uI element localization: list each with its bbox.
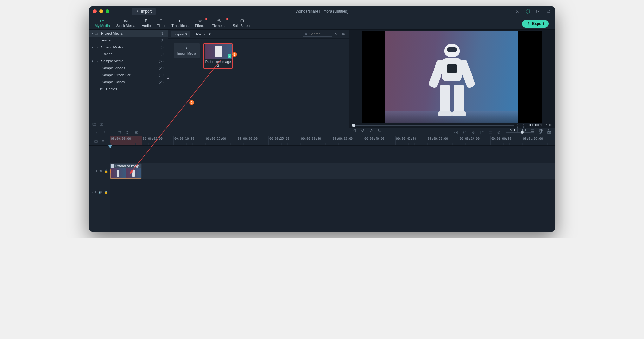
voiceover-icon[interactable] [471, 130, 475, 134]
edit-tools-icon[interactable] [135, 130, 139, 134]
import-media-label: Import Media [177, 52, 196, 55]
sidebar-item-sample-green-scr-[interactable]: Sample Green Scr...(10) [89, 72, 168, 78]
import-media-card[interactable]: Import Media [174, 43, 200, 69]
tab-audio[interactable]: Audio [139, 18, 153, 29]
cloud-sync-icon[interactable] [525, 9, 530, 14]
clip-label: Reference Image 2 [115, 164, 142, 168]
redo-icon[interactable] [101, 130, 106, 134]
search-input[interactable] [309, 32, 328, 36]
track-options-icon[interactable] [94, 139, 98, 143]
tab-icon [177, 19, 183, 23]
ruler-label: 00:01:00:00 [491, 137, 511, 140]
range-brackets[interactable]: { } [517, 123, 526, 128]
lock-icon[interactable]: 🔒 [104, 169, 108, 173]
tab-elements[interactable]: Elements [209, 18, 229, 29]
record-dropdown[interactable]: Record▾ [193, 31, 214, 37]
undo-icon[interactable] [93, 130, 97, 134]
speaker-icon[interactable]: 🔊 [98, 191, 102, 194]
timeline-clip[interactable]: Reference Image 2 [110, 163, 142, 179]
prev-frame-icon[interactable] [352, 128, 356, 132]
video-track[interactable]: ▭ 1 👁 🔒 Reference Image 2 [89, 163, 555, 179]
import-dropdown[interactable]: Import▾ [171, 31, 190, 37]
tab-split-screen[interactable]: Split Screen [230, 18, 254, 29]
zoom-fit-icon[interactable] [547, 130, 551, 134]
filter-icon[interactable] [334, 32, 339, 36]
messages-icon[interactable] [536, 9, 541, 14]
film-icon: ▭ [91, 169, 93, 173]
ruler-label: 00:00:30:00 [301, 137, 321, 140]
chevron-down-icon[interactable]: ▾ [92, 60, 95, 63]
close-window[interactable] [93, 9, 97, 13]
chevron-down-icon[interactable]: ▾ [92, 46, 95, 49]
svg-point-3 [125, 21, 126, 21]
scrub-head[interactable] [352, 124, 355, 127]
notifications-icon[interactable] [546, 9, 551, 14]
new-bin-icon[interactable] [100, 122, 104, 126]
tab-titles[interactable]: Titles [154, 18, 168, 29]
zoom-slider[interactable] [506, 132, 534, 133]
tab-my-media[interactable]: My Media [92, 18, 113, 29]
keyframe-icon[interactable] [488, 130, 493, 134]
magnet-icon[interactable] [101, 139, 105, 143]
folder-icon: ▭ [95, 31, 99, 35]
sidebar-item-count: (25) [159, 80, 164, 84]
timeline-header-tools [89, 136, 110, 145]
svg-point-4 [218, 20, 219, 21]
play-icon[interactable] [369, 128, 373, 132]
tab-stock-media[interactable]: Stock Media [114, 18, 138, 29]
search-box[interactable] [303, 31, 332, 37]
account-icon[interactable] [515, 9, 520, 14]
ruler-tick: 00:00:35:00 [332, 136, 364, 145]
tab-effects[interactable]: Effects [192, 18, 208, 29]
import-button[interactable]: Import [132, 8, 156, 15]
preview-frame [362, 31, 542, 123]
delete-icon[interactable] [118, 130, 122, 134]
sidebar-item-photos[interactable]: ✿Photos [89, 85, 168, 92]
zoom-out-icon[interactable] [497, 130, 501, 134]
svg-rect-26 [548, 131, 549, 134]
audio-mixer-icon[interactable] [480, 130, 484, 134]
grid-view-icon[interactable] [341, 32, 346, 36]
search-icon [305, 32, 308, 36]
export-button[interactable]: Export [522, 20, 549, 28]
sidebar-item-folder[interactable]: Folder(0) [89, 51, 168, 58]
sidebar-item-label: Photos [106, 87, 164, 91]
zoom-in-icon[interactable] [538, 130, 543, 134]
media-sidebar: ▾▭Project Media(1)Folder(1)▾▭Shared Medi… [89, 30, 168, 128]
ruler-tick: 00:00:00:00 [110, 136, 142, 145]
sidebar-item-project-media[interactable]: ▾▭Project Media(1) [89, 30, 168, 37]
chevron-down-icon[interactable]: ▾ [92, 32, 95, 35]
panel-collapse-handle[interactable]: ◀ [167, 77, 169, 80]
sidebar-item-shared-media[interactable]: ▾▭Shared Media(0) [89, 44, 168, 51]
minimize-window[interactable] [99, 9, 103, 13]
timeline-ruler[interactable]: 00:00:00:0000:00:05:0000:00:10:0000:00:1… [110, 136, 555, 145]
render-icon[interactable] [454, 130, 458, 134]
sidebar-item-sample-media[interactable]: ▾▭Sample Media(55) [89, 58, 168, 65]
step-back-icon[interactable] [361, 128, 365, 132]
eye-icon[interactable]: 👁 [99, 169, 102, 173]
svg-rect-5 [219, 21, 221, 22]
media-thumb-card[interactable]: ✓ Reference Image 2 1 [203, 43, 233, 69]
tab-transitions[interactable]: Transitions [169, 18, 191, 29]
zoom-knob[interactable] [521, 131, 524, 134]
sidebar-item-sample-videos[interactable]: Sample Videos(20) [89, 65, 168, 72]
track-spacer [89, 179, 555, 188]
scrub-track[interactable] [352, 125, 514, 126]
stop-icon[interactable] [378, 128, 382, 132]
svg-point-23 [490, 132, 491, 133]
svg-rect-16 [531, 129, 534, 132]
split-icon[interactable] [126, 130, 130, 134]
new-folder-icon[interactable] [92, 122, 96, 126]
audio-track[interactable]: ♪ 1 🔊 🔒 [89, 188, 555, 197]
sidebar-item-folder[interactable]: Folder(1) [89, 37, 168, 44]
maximize-window[interactable] [106, 9, 109, 13]
export-button-label: Export [532, 22, 544, 26]
svg-point-13 [345, 34, 345, 35]
svg-point-12 [343, 34, 344, 35]
lock-icon[interactable]: 🔒 [104, 191, 108, 194]
video-track-head: ▭ 1 👁 🔒 [89, 163, 110, 179]
svg-rect-27 [550, 131, 551, 134]
tab-label: Split Screen [233, 24, 251, 28]
marker-icon[interactable] [463, 130, 467, 134]
sidebar-item-sample-colors[interactable]: Sample Colors(25) [89, 78, 168, 85]
